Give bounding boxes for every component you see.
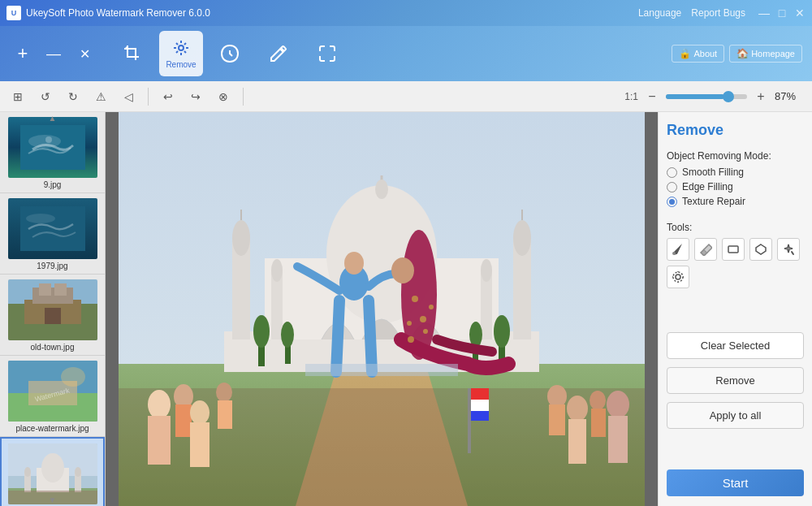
thumb-item-3[interactable]: Watermark place-watermark.jpg <box>0 356 105 437</box>
zoom-slider[interactable] <box>666 94 747 99</box>
svg-point-47 <box>253 315 270 348</box>
zoom-out-btn[interactable]: − <box>643 88 661 106</box>
svg-rect-72 <box>591 409 606 437</box>
title-actions: Language Report Bugs <box>638 7 745 19</box>
flip-v-btn[interactable]: ⚠ <box>89 85 112 108</box>
scroll-up-arrow[interactable]: ▲ <box>49 114 57 123</box>
svg-point-51 <box>281 322 294 348</box>
svg-point-55 <box>344 252 364 275</box>
svg-rect-70 <box>549 404 565 435</box>
main-toolbar: + — ✕ Remove <box>0 26 812 81</box>
undo-btn[interactable]: ↩ <box>157 85 179 108</box>
svg-point-67 <box>216 383 232 402</box>
svg-rect-68 <box>218 400 232 429</box>
tab-retouch[interactable] <box>208 31 252 76</box>
svg-marker-88 <box>756 244 766 254</box>
tool-brush[interactable] <box>667 238 689 261</box>
clear-btn[interactable]: ⊗ <box>212 85 235 108</box>
thumb-preview-0 <box>8 117 97 178</box>
svg-point-45 <box>481 259 492 282</box>
homepage-btn[interactable]: 🏠 Homepage <box>729 45 802 63</box>
svg-point-90 <box>673 272 683 282</box>
mode-texture[interactable]: Texture Repair <box>667 196 804 207</box>
panel-title: Remove <box>667 122 804 139</box>
title-bar: U UkeySoft Photo Watermark Remover 6.0.0… <box>0 0 812 26</box>
thumb-item-0[interactable]: 9.jpg <box>0 112 105 193</box>
thumb-label-1: 1979.jpg <box>37 262 67 270</box>
svg-point-61 <box>429 305 434 309</box>
zoom-ratio-label: 1:1 <box>624 91 638 102</box>
svg-point-5 <box>26 214 55 223</box>
rotate-right-btn[interactable]: ↻ <box>62 85 84 108</box>
secondary-toolbar: ⊞ ↺ ↻ ⚠ ◁ ↩ ↪ ⊗ 1:1 − + 87% <box>0 81 812 112</box>
mode-smooth[interactable]: Smooth Filling <box>667 167 804 178</box>
svg-point-40 <box>513 220 531 256</box>
tab-magnify[interactable] <box>305 31 349 76</box>
tab-remove[interactable]: Remove <box>159 31 203 76</box>
app-icon: U <box>6 6 21 20</box>
maximize-btn[interactable]: □ <box>776 7 788 19</box>
remove-btn[interactable]: Remove <box>667 367 804 394</box>
start-btn[interactable]: Start <box>667 469 804 496</box>
svg-point-63 <box>423 329 428 334</box>
redo-btn[interactable]: ↪ <box>184 85 207 108</box>
svg-point-49 <box>494 315 510 348</box>
tool-clone[interactable] <box>667 266 689 288</box>
svg-point-59 <box>420 316 426 322</box>
svg-rect-1 <box>20 125 85 170</box>
tab-annotate[interactable] <box>257 31 300 76</box>
thumb-label-2: old-town.jpg <box>31 343 75 352</box>
zoom-controls: 1:1 − + 87% <box>624 88 806 106</box>
tab-crop[interactable] <box>110 31 154 76</box>
apply-to-all-btn[interactable]: Apply to all <box>667 402 804 429</box>
svg-point-73 <box>148 390 171 419</box>
svg-rect-12 <box>45 308 61 324</box>
add-btn[interactable]: + <box>10 41 36 67</box>
divider-2 <box>243 88 244 106</box>
tool-magic-wand[interactable] <box>777 238 800 261</box>
flip-h-btn[interactable]: ◁ <box>117 85 140 108</box>
close-image-btn[interactable]: ✕ <box>71 41 97 67</box>
svg-rect-80 <box>608 416 628 463</box>
mode-edge[interactable]: Edge Filling <box>667 181 804 192</box>
tool-polygon[interactable] <box>749 238 772 261</box>
svg-rect-85 <box>305 364 458 376</box>
mode-edge-label: Edge Filling <box>682 181 733 192</box>
svg-rect-84 <box>471 411 489 421</box>
svg-point-25 <box>24 467 31 477</box>
collapse-btn[interactable]: — <box>41 41 67 67</box>
svg-point-89 <box>676 275 680 279</box>
svg-point-60 <box>407 321 412 326</box>
clear-selected-btn[interactable]: Clear Selected <box>667 332 804 359</box>
svg-point-57 <box>391 257 414 283</box>
about-btn[interactable]: 🔒 About <box>672 45 724 63</box>
close-btn[interactable]: ✕ <box>794 7 806 19</box>
tool-rectangle[interactable] <box>722 238 745 261</box>
rotate-left-btn[interactable]: ↺ <box>34 85 57 108</box>
svg-point-58 <box>412 296 418 302</box>
zoom-slider-thumb[interactable] <box>723 91 734 102</box>
mode-smooth-label: Smooth Filling <box>682 167 744 178</box>
object-removing-label: Object Removing Mode: <box>667 150 804 162</box>
svg-point-26 <box>75 467 81 477</box>
minimize-btn[interactable]: — <box>758 7 770 19</box>
scroll-down-arrow[interactable]: ▼ <box>49 495 57 504</box>
radio-texture <box>667 197 677 207</box>
mode-texture-label: Texture Repair <box>682 196 745 207</box>
home-icon: 🏠 <box>736 48 749 59</box>
image-sidebar: ▲ 9.jpg <box>0 112 106 506</box>
grid-btn[interactable]: ⊞ <box>6 85 29 108</box>
thumb-item-1[interactable]: 1979.jpg <box>0 193 105 275</box>
thumb-item-2[interactable]: old-town.jpg <box>0 275 105 356</box>
language-btn[interactable]: Language <box>638 7 681 19</box>
report-bugs-btn[interactable]: Report Bugs <box>691 7 745 19</box>
svg-point-0 <box>179 45 184 50</box>
app-title: UkeySoft Photo Watermark Remover 6.0.0 <box>26 7 638 19</box>
zoom-in-btn[interactable]: + <box>752 88 770 106</box>
svg-point-71 <box>590 391 606 410</box>
window-controls: — □ ✕ <box>758 7 806 19</box>
svg-rect-11 <box>54 283 67 296</box>
canvas-area[interactable] <box>106 112 658 506</box>
about-icon: 🔒 <box>679 48 691 59</box>
tool-eraser[interactable] <box>694 238 717 261</box>
